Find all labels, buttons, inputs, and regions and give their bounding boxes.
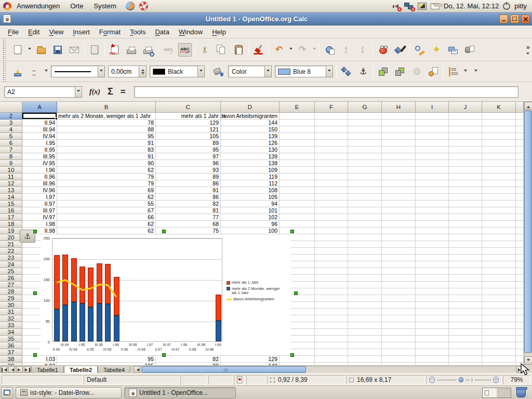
- cell[interactable]: I.98: [22, 221, 57, 228]
- cell[interactable]: [416, 336, 449, 342]
- cell[interactable]: I.03: [22, 356, 57, 363]
- cell[interactable]: [516, 174, 524, 180]
- zoom-in-button[interactable]: +: [493, 377, 499, 383]
- export-pdf-button[interactable]: PDF: [108, 43, 122, 57]
- window-titlebar[interactable]: Untitled 1 - OpenOffice.org Calc: [0, 12, 532, 25]
- cell[interactable]: [348, 295, 382, 302]
- zoom-slider-thumb[interactable]: [459, 377, 464, 382]
- cell[interactable]: [348, 248, 382, 255]
- cell[interactable]: 55: [57, 201, 156, 207]
- cell[interactable]: [348, 214, 382, 221]
- cell[interactable]: [382, 234, 416, 241]
- cell[interactable]: [348, 119, 382, 126]
- cell[interactable]: [348, 315, 382, 322]
- to-background-button[interactable]: [427, 65, 440, 78]
- line-color-dropdown[interactable]: [197, 66, 204, 77]
- cell[interactable]: [315, 187, 348, 194]
- line-style-select[interactable]: [51, 65, 105, 77]
- cell[interactable]: [416, 261, 449, 268]
- cell[interactable]: [416, 241, 449, 248]
- cell[interactable]: [348, 140, 382, 147]
- row-header-33[interactable]: 33: [0, 322, 22, 329]
- cell[interactable]: [382, 282, 416, 288]
- bring-to-front-button[interactable]: [377, 65, 390, 78]
- cell[interactable]: [382, 153, 416, 160]
- cell[interactable]: IV.95: [22, 160, 57, 167]
- column-header-H[interactable]: H: [382, 102, 416, 113]
- row-header-21[interactable]: 21: [0, 241, 22, 248]
- cell[interactable]: [280, 180, 315, 187]
- cell[interactable]: [482, 174, 516, 180]
- menu-view[interactable]: View: [44, 26, 68, 37]
- cell[interactable]: [416, 322, 449, 329]
- cell[interactable]: [315, 126, 348, 133]
- row-header-15[interactable]: 15: [0, 201, 22, 207]
- toolbar-options-button[interactable]: [526, 52, 529, 56]
- cell[interactable]: [348, 160, 382, 167]
- cell[interactable]: [449, 147, 482, 153]
- cell[interactable]: [449, 126, 482, 133]
- cell[interactable]: [516, 194, 524, 201]
- cell[interactable]: [382, 302, 416, 309]
- row-header-37[interactable]: 37: [0, 349, 22, 356]
- cell[interactable]: [382, 147, 416, 153]
- alignment-button[interactable]: [447, 65, 460, 78]
- cell[interactable]: [315, 113, 348, 119]
- cell[interactable]: [416, 329, 449, 336]
- cell[interactable]: II.94: [22, 119, 57, 126]
- cell[interactable]: [382, 140, 416, 147]
- cell[interactable]: [416, 295, 449, 302]
- cell[interactable]: [382, 261, 416, 268]
- cell[interactable]: [382, 288, 416, 295]
- cell[interactable]: [416, 187, 449, 194]
- cell[interactable]: [382, 336, 416, 342]
- cell[interactable]: 119: [221, 174, 280, 180]
- cell[interactable]: [280, 228, 315, 234]
- cell[interactable]: III.95: [22, 153, 57, 160]
- line-width-spinner[interactable]: 0,00cm: [108, 65, 147, 77]
- cell[interactable]: IV.97: [22, 214, 57, 221]
- column-header-G[interactable]: G: [348, 102, 382, 113]
- page-preview-button[interactable]: [141, 43, 155, 57]
- cell[interactable]: 109: [221, 167, 280, 174]
- navigator-button[interactable]: ✦: [430, 43, 443, 57]
- object-selection-handle[interactable]: [294, 291, 298, 295]
- row-header-26[interactable]: 26: [0, 275, 22, 282]
- cell[interactable]: [516, 180, 524, 187]
- cell[interactable]: [449, 153, 482, 160]
- cell[interactable]: [315, 295, 348, 302]
- cell[interactable]: [382, 275, 416, 282]
- cell[interactable]: 126: [221, 140, 280, 147]
- cell[interactable]: [482, 261, 516, 268]
- cell[interactable]: [482, 268, 516, 275]
- row-header-2[interactable]: 2: [0, 113, 22, 119]
- cell[interactable]: [482, 201, 516, 207]
- show-desktop-button[interactable]: [1, 387, 13, 398]
- column-header-K[interactable]: K: [482, 102, 516, 113]
- object-selection-handle[interactable]: [33, 353, 37, 357]
- copy-button[interactable]: [215, 43, 229, 57]
- embedded-chart-object[interactable]: mehr als 1 Jahrmehr als 2 Monate, wenige…: [41, 235, 291, 355]
- cell[interactable]: [348, 241, 382, 248]
- cell[interactable]: [348, 187, 382, 194]
- cell[interactable]: [516, 275, 524, 282]
- cell[interactable]: 62: [57, 221, 156, 228]
- cell[interactable]: [516, 261, 524, 268]
- cell[interactable]: [348, 282, 382, 288]
- row-header-5[interactable]: 5: [0, 133, 22, 140]
- cell[interactable]: [516, 140, 524, 147]
- cell[interactable]: [382, 228, 416, 234]
- row-header-17[interactable]: 17: [0, 214, 22, 221]
- row-header-25[interactable]: 25: [0, 268, 22, 275]
- format-paintbrush-button[interactable]: [252, 43, 265, 57]
- zoom-out-button[interactable]: −: [429, 377, 435, 383]
- cell[interactable]: [516, 315, 524, 322]
- cell[interactable]: [482, 180, 516, 187]
- cell[interactable]: 139: [221, 133, 280, 140]
- insert-chart-button[interactable]: [376, 43, 390, 57]
- cell[interactable]: [315, 214, 348, 221]
- cell[interactable]: 81: [156, 207, 221, 214]
- cell[interactable]: mehr als 2 Monate, weniger als 1 Jahr: [57, 113, 156, 119]
- cell[interactable]: 96: [221, 221, 280, 228]
- cell[interactable]: [482, 336, 516, 342]
